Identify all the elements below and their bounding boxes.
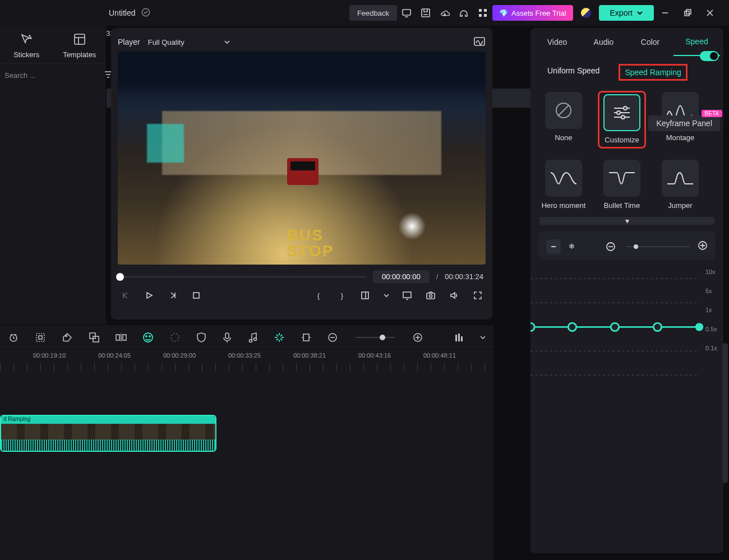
subtab-speed-ramping[interactable]: Speed Ramping	[619, 64, 687, 81]
shield-icon[interactable]	[196, 331, 206, 344]
crop-ratio-icon[interactable]	[359, 289, 372, 302]
mark-out-icon[interactable]: }	[335, 289, 349, 302]
mixer-icon[interactable]	[454, 331, 464, 344]
nav-tab-stickers[interactable]: Stickers	[3, 31, 50, 59]
player-tab[interactable]: Player	[118, 38, 140, 47]
svg-rect-50	[225, 333, 229, 339]
split-icon[interactable]	[116, 331, 127, 344]
search-input[interactable]	[4, 67, 99, 83]
export-button[interactable]: Export	[599, 5, 654, 21]
svg-rect-19	[427, 293, 435, 299]
vertical-scrollbar[interactable]	[722, 343, 728, 483]
svg-point-48	[149, 336, 150, 337]
speed-curve[interactable]: 10x 5x 1x 0.5x 0.1x	[530, 271, 723, 349]
subtab-uniform-speed[interactable]: Uniform Speed	[543, 64, 604, 81]
tab-color[interactable]: Color	[627, 28, 673, 56]
nav-tab-templates[interactable]: Templates	[56, 31, 103, 59]
expand-presets[interactable]: ▾	[539, 217, 714, 225]
music-note-icon[interactable]	[248, 331, 258, 344]
left-panel: Stickers Templates	[0, 26, 107, 325]
svg-rect-57	[458, 334, 460, 341]
clip-waveform	[1, 439, 215, 451]
chevron-down-icon[interactable]	[480, 331, 486, 344]
assets-trial-button[interactable]: 💎 Assets Free Trial	[492, 5, 573, 21]
mark-in-icon[interactable]: {	[312, 289, 325, 302]
snapshot-icon[interactable]	[424, 289, 437, 302]
fit-width-icon[interactable]	[301, 331, 312, 344]
svg-rect-16	[193, 293, 199, 298]
mic-icon[interactable]	[222, 331, 232, 344]
window-close-icon[interactable]	[699, 5, 721, 21]
loading-icon[interactable]	[169, 331, 181, 344]
histogram-icon[interactable]	[473, 36, 486, 48]
saved-icon	[141, 7, 151, 19]
stop-icon[interactable]	[190, 289, 203, 302]
tab-audio[interactable]: Audio	[580, 28, 627, 56]
svg-rect-8	[686, 10, 691, 14]
zoom-out-icon[interactable]	[327, 331, 338, 344]
effects-icon[interactable]	[274, 331, 285, 344]
tag-icon[interactable]	[62, 331, 73, 344]
apps-grid-icon[interactable]	[473, 5, 492, 21]
quality-label: Full Quality	[148, 38, 184, 47]
volume-icon[interactable]	[447, 289, 461, 302]
preset-jumper[interactable]: Jumper	[657, 160, 703, 210]
video-preview[interactable]: BUSSTOP	[118, 52, 486, 265]
prev-frame-icon[interactable]	[119, 289, 132, 302]
svg-point-9	[29, 35, 30, 36]
headphones-icon[interactable]	[454, 5, 473, 21]
quality-select[interactable]: Full Quality	[148, 38, 230, 47]
timeline-tracks[interactable]: d Ramping	[0, 371, 493, 550]
bus-shape	[287, 158, 319, 185]
group-icon[interactable]	[89, 331, 100, 344]
play-icon[interactable]	[142, 289, 156, 302]
svg-rect-40	[39, 336, 42, 339]
zoom-slider[interactable]	[356, 337, 395, 338]
preset-jumper-label: Jumper	[657, 201, 703, 210]
remove-keyframe-icon[interactable]	[546, 239, 561, 254]
chevron-down-icon[interactable]	[382, 289, 390, 302]
preset-customize-label: Customize	[599, 136, 645, 144]
inspector-panel: Video Audio Color Speed Uniform Speed Sp…	[530, 28, 723, 553]
preset-grid: None Customize Montage Hero moment Bulle…	[530, 87, 723, 214]
ruler-label: 00:00:43:16	[358, 352, 391, 359]
cloud-download-icon[interactable]	[435, 5, 454, 21]
monitor-icon[interactable]	[397, 5, 416, 21]
window-minimize-icon[interactable]	[654, 5, 676, 21]
clock-icon[interactable]	[8, 331, 19, 344]
feedback-button[interactable]: Feedback	[349, 5, 397, 21]
preset-bullet-time[interactable]: Bullet Time	[599, 160, 645, 210]
display-icon[interactable]	[400, 289, 414, 302]
video-clip[interactable]: d Ramping	[0, 415, 216, 452]
freeze-icon[interactable]: ❄	[569, 242, 575, 251]
preset-none[interactable]: None	[541, 92, 587, 147]
preset-customize[interactable]: Customize	[599, 92, 645, 147]
minus-circle-icon[interactable]	[603, 239, 618, 254]
svg-point-36	[695, 323, 703, 331]
preset-hero-label: Hero moment	[541, 201, 587, 210]
svg-point-51	[250, 339, 252, 342]
timeline-ruler[interactable]: 00:00:19:10 00:00:24:05 00:00:29:00 00:0…	[0, 350, 493, 371]
svg-rect-11	[75, 34, 85, 44]
sliders-icon	[612, 104, 632, 121]
window-maximize-icon[interactable]	[676, 5, 699, 21]
zoom-in-icon[interactable]	[413, 331, 423, 344]
scrub-bar[interactable]	[120, 276, 366, 278]
speed-slider[interactable]	[626, 246, 690, 247]
selection-icon[interactable]	[35, 331, 46, 344]
plus-circle-icon[interactable]	[698, 240, 708, 252]
svg-point-49	[171, 334, 179, 341]
fullscreen-icon[interactable]	[471, 289, 485, 302]
maintain-pitch-toggle[interactable]	[700, 51, 719, 61]
svg-point-47	[146, 336, 147, 337]
svg-point-24	[621, 115, 625, 119]
preset-hero-moment[interactable]: Hero moment	[541, 160, 587, 210]
save-icon[interactable]	[416, 5, 435, 21]
next-frame-icon[interactable]	[166, 289, 179, 302]
svg-rect-7	[685, 11, 689, 16]
keyframe-panel-button[interactable]: Keyframe Panel BETA	[648, 115, 720, 131]
tab-video[interactable]: Video	[534, 28, 580, 56]
ai-face-icon[interactable]	[142, 331, 154, 344]
theme-icon[interactable]	[576, 5, 596, 21]
project-title: Untitled	[109, 8, 135, 17]
